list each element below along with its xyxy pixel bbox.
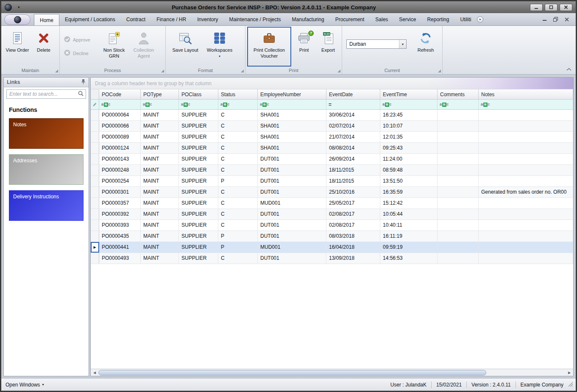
cell-notes[interactable] [479, 242, 573, 253]
cell-employeenumber[interactable]: DUT001 [258, 176, 326, 186]
collapse-ribbon-icon[interactable] [566, 65, 571, 72]
function-addresses[interactable]: Addresses [9, 154, 84, 185]
cell-status[interactable]: C [218, 209, 258, 220]
cell-eventtime[interactable]: 08:59:48 [380, 165, 438, 175]
cell-eventtime[interactable]: 14:56:53 [380, 253, 438, 264]
group-by-area[interactable]: Drag a column header here to group by th… [91, 78, 573, 89]
table-row[interactable]: PO0000066MAINTSUPPLIERCSHA00102/07/20141… [91, 121, 573, 132]
filter-cell-pocode[interactable]: aBc [99, 100, 141, 109]
cell-eventdate[interactable]: 18/11/2015 [326, 176, 380, 186]
cell-eventdate[interactable]: 08/03/2018 [326, 231, 380, 242]
tab-service[interactable]: Service [393, 13, 421, 25]
tab-inventory[interactable]: Inventory [192, 13, 223, 25]
cell-pocode[interactable]: PO0000066 [99, 121, 141, 131]
tab-maintenance-projects[interactable]: Maintenance / Projects [224, 13, 287, 25]
scroll-right-icon[interactable]: ▶ [566, 371, 573, 375]
cell-employeenumber[interactable]: SHA001 [258, 143, 326, 153]
filter-cell-potype[interactable]: aBc [141, 100, 179, 109]
cell-eventtime[interactable]: 09:59:19 [380, 242, 438, 253]
table-row[interactable]: PO0000089MAINTSUPPLIERCSHA00121/07/20141… [91, 132, 573, 143]
cell-eventtime[interactable]: 15:12:42 [380, 198, 438, 209]
column-header-comments[interactable]: Comments [438, 89, 479, 99]
tab-finance-hr[interactable]: Finance / HR [151, 13, 192, 25]
combo-dropdown-icon[interactable]: ▼ [399, 40, 406, 48]
cell-eventdate[interactable]: 25/05/2017 [326, 198, 380, 209]
column-header-pocode[interactable]: POCode [99, 89, 141, 99]
tab-utiliti[interactable]: Utiliti [454, 13, 477, 25]
cell-notes[interactable] [479, 121, 573, 131]
cell-eventdate[interactable]: 02/08/2017 [326, 220, 380, 231]
cell-pocode[interactable]: PO0000435 [99, 231, 141, 242]
approve-button[interactable]: Approve [64, 36, 96, 43]
close-button[interactable] [560, 4, 572, 11]
scroll-track[interactable] [98, 369, 566, 376]
refresh-button[interactable]: Refresh [413, 26, 438, 54]
cell-eventdate[interactable]: 18/11/2015 [326, 165, 380, 175]
cell-pocode[interactable]: PO0000301 [99, 187, 141, 197]
tab-scroll-right-icon[interactable]: ▸ [477, 16, 483, 22]
cell-pocode[interactable]: PO0000357 [99, 198, 141, 209]
table-row[interactable]: PO0000357MAINTSUPPLIERCMUD00125/05/20171… [91, 198, 573, 209]
cell-potype[interactable]: MAINT [141, 209, 179, 220]
filter-cell-status[interactable]: aBc [218, 100, 258, 109]
cell-status[interactable]: C [218, 143, 258, 153]
cell-eventdate[interactable]: 02/07/2014 [326, 121, 380, 131]
table-row[interactable]: PO0000248MAINTSUPPLIERCDUT00118/11/20150… [91, 165, 573, 176]
non-stock-grn-button[interactable]: Non Stock GRN [100, 27, 128, 67]
function-delivery-instructions[interactable]: Delivery Instructions [9, 190, 84, 221]
cell-potype[interactable]: MAINT [141, 220, 179, 231]
cell-employeenumber[interactable]: DUT001 [258, 231, 326, 242]
column-header-eventdate[interactable]: EventDate [326, 89, 380, 99]
cell-comments[interactable] [438, 253, 479, 264]
collection-agent-button[interactable]: Collection Agent [129, 27, 158, 67]
table-row[interactable]: ▶PO0000441MAINTSUPPLIERPMUD00116/04/2018… [91, 242, 573, 253]
cell-status[interactable]: C [218, 165, 258, 175]
cell-eventdate[interactable]: 13/09/2018 [326, 253, 380, 264]
tab-contract[interactable]: Contract [121, 13, 151, 25]
cell-notes[interactable] [479, 198, 573, 209]
scroll-left-icon[interactable]: ◀ [91, 371, 98, 375]
cell-notes[interactable] [479, 143, 573, 153]
column-header-status[interactable]: Status [218, 89, 258, 99]
cell-employeenumber[interactable]: MUD001 [258, 242, 326, 253]
cell-comments[interactable] [438, 231, 479, 242]
cell-status[interactable]: C [218, 154, 258, 164]
cell-poclass[interactable]: SUPPLIER [179, 231, 218, 242]
cell-status[interactable]: P [218, 176, 258, 186]
resize-grip[interactable] [568, 381, 573, 388]
cell-potype[interactable]: MAINT [141, 253, 179, 264]
process-dialog-launcher-icon[interactable] [161, 70, 164, 72]
cell-potype[interactable]: MAINT [141, 242, 179, 253]
maintain-dialog-launcher-icon[interactable] [55, 70, 58, 72]
table-row[interactable]: PO0000435MAINTSUPPLIERPDUT00108/03/20181… [91, 231, 573, 242]
cell-potype[interactable]: MAINT [141, 176, 179, 186]
cell-comments[interactable] [438, 110, 479, 120]
decline-button[interactable]: Decline [64, 50, 96, 57]
horizontal-scrollbar[interactable]: ◀ ▶ [91, 369, 573, 376]
cell-status[interactable]: C [218, 253, 258, 264]
print-button[interactable]: ? Print [294, 27, 314, 67]
cell-employeenumber[interactable]: SHA001 [258, 110, 326, 120]
cell-eventtime[interactable]: 11:24:00 [380, 154, 438, 164]
cell-employeenumber[interactable]: SHA001 [258, 121, 326, 131]
cell-pocode[interactable]: PO0000393 [99, 220, 141, 231]
cell-notes[interactable] [479, 231, 573, 242]
cell-poclass[interactable]: SUPPLIER [179, 187, 218, 197]
table-row[interactable]: PO0000393MAINTSUPPLIERCDUT00102/08/20171… [91, 220, 573, 231]
cell-notes[interactable] [479, 165, 573, 175]
filter-cell-employeenumber[interactable]: aBc [258, 100, 326, 109]
cell-potype[interactable]: MAINT [141, 231, 179, 242]
search-input[interactable] [7, 91, 78, 97]
cell-eventtime[interactable]: 10:05:44 [380, 209, 438, 220]
cell-eventtime[interactable]: 10:40:11 [380, 220, 438, 231]
cell-poclass[interactable]: SUPPLIER [179, 121, 218, 131]
cell-pocode[interactable]: PO0000089 [99, 132, 141, 142]
pin-icon[interactable] [81, 79, 86, 86]
cell-poclass[interactable]: SUPPLIER [179, 154, 218, 164]
cell-pocode[interactable]: PO0000124 [99, 143, 141, 153]
cell-eventdate[interactable]: 08/08/2014 [326, 143, 380, 153]
cell-employeenumber[interactable]: DUT001 [258, 253, 326, 264]
cell-eventtime[interactable]: 16:11:19 [380, 231, 438, 242]
cell-comments[interactable] [438, 242, 479, 253]
cell-potype[interactable]: MAINT [141, 198, 179, 209]
